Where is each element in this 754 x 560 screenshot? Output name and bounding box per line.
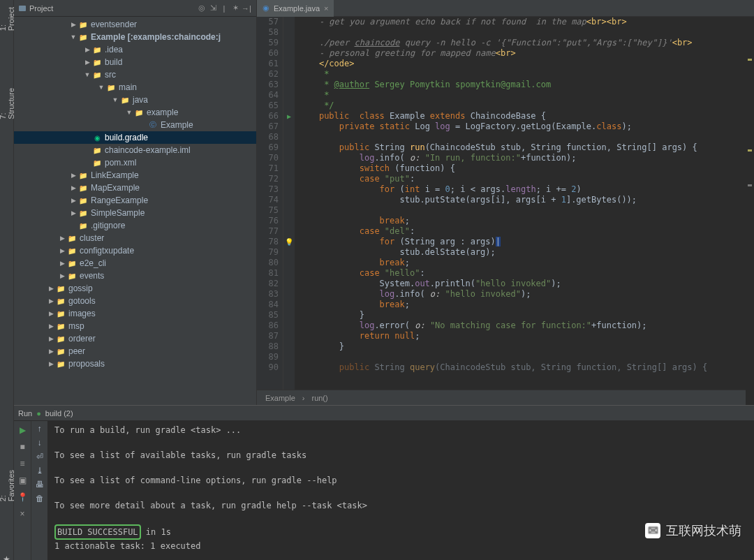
gutter-space <box>283 69 295 80</box>
expand-arrow-icon[interactable]: ▶ <box>59 272 66 279</box>
tree-row[interactable]: ▶📁orderer <box>14 332 256 345</box>
expand-arrow-icon[interactable]: ▶ <box>47 310 54 317</box>
layout-icon[interactable]: ▣ <box>16 474 29 487</box>
tree-row[interactable]: ▶📁RangeExample <box>14 194 256 207</box>
project-tree[interactable]: ▶📁eventsender▼📁Example [:examples:chainc… <box>14 17 256 405</box>
tree-label: gotools <box>68 296 96 306</box>
expand-arrow-icon[interactable]: ▶ <box>59 260 66 267</box>
wrap-icon[interactable]: ⏎ <box>36 452 43 462</box>
editor-breadcrumb[interactable]: Example › run() <box>257 390 754 405</box>
gutter-space <box>283 205 295 216</box>
tree-row[interactable]: ▶📁configtxupdate <box>14 244 256 257</box>
expand-arrow-icon[interactable]: ▶ <box>70 197 77 204</box>
gutter-space <box>283 352 295 362</box>
pin-icon[interactable]: 📍 <box>16 491 29 503</box>
run-gutter-icon[interactable]: ▶ <box>283 111 295 121</box>
tree-row[interactable]: ⒸExample <box>14 119 256 131</box>
tree-label: Example <box>161 120 193 130</box>
file-icon: 📁 <box>92 158 102 168</box>
expand-arrow-icon[interactable]: ▼ <box>70 34 77 40</box>
expand-arrow-icon[interactable]: ▶ <box>47 297 54 304</box>
expand-arrow-icon[interactable]: ▶ <box>84 59 91 66</box>
tree-row[interactable]: ▶📁cluster <box>14 232 256 244</box>
tree-row[interactable]: ▶📁peer <box>14 345 256 358</box>
tab-close-icon[interactable]: × <box>324 4 328 13</box>
run-status-icon: ● <box>36 409 41 418</box>
expand-arrow-icon[interactable]: ▶ <box>47 285 54 292</box>
editor-tab[interactable]: ◉ Example.java × <box>257 0 334 17</box>
file-icon: 📁 <box>56 296 66 306</box>
expand-icon[interactable]: ⇲ <box>207 3 219 14</box>
scroll-icon[interactable]: ⤓ <box>36 466 43 476</box>
tree-row[interactable]: 📁pom.xml <box>14 156 256 169</box>
expand-arrow-icon[interactable]: ▼ <box>84 71 91 78</box>
breadcrumb-class[interactable]: Example <box>265 394 295 402</box>
expand-arrow-icon[interactable]: ▶ <box>47 360 54 367</box>
favorites-star-icon[interactable]: ★ <box>3 554 10 560</box>
tree-row[interactable]: ▶📁eventsender <box>14 18 256 31</box>
tree-row[interactable]: ▶📁.idea <box>14 43 256 56</box>
gutter-space <box>283 247 295 258</box>
expand-arrow-icon[interactable]: ▶ <box>70 209 77 216</box>
gear-icon[interactable]: ✶ <box>230 3 241 14</box>
code-area[interactable]: 5758596061626364656667686970717273747576… <box>257 17 754 390</box>
expand-arrow-icon[interactable]: ▶ <box>70 21 77 28</box>
tree-row[interactable]: ◉build.gradle <box>14 131 256 144</box>
down-icon[interactable]: ↓ <box>38 438 42 448</box>
expand-arrow-icon[interactable]: ▼ <box>126 109 133 116</box>
tree-row[interactable]: 📁chaincode-example.iml <box>14 144 256 156</box>
tree-label: .idea <box>105 45 123 54</box>
expand-arrow-icon[interactable]: ▼ <box>98 84 105 91</box>
tree-row[interactable]: ▼📁main <box>14 81 256 94</box>
expand-arrow-icon[interactable]: ▶ <box>47 323 54 330</box>
expand-arrow-icon <box>84 159 91 166</box>
tree-label: SimpleSample <box>91 208 145 218</box>
print-icon[interactable]: 🖶 <box>36 480 44 489</box>
run-task-name: build (2) <box>45 409 73 418</box>
expand-arrow-icon[interactable]: ▼ <box>112 96 119 103</box>
expand-arrow-icon[interactable]: ▶ <box>70 184 77 191</box>
target-icon[interactable]: ◎ <box>196 3 207 14</box>
stop-icon[interactable]: ■ <box>16 441 29 453</box>
tree-row[interactable]: ▶📁SimpleSample <box>14 207 256 219</box>
run-panel-header: Run ● build (2) <box>14 406 754 421</box>
tree-row[interactable]: ▼📁java <box>14 94 256 106</box>
tree-row[interactable]: ▶📁events <box>14 270 256 282</box>
up-icon[interactable]: ↑ <box>38 424 42 434</box>
expand-arrow-icon[interactable]: ▶ <box>84 46 91 53</box>
tree-label: main <box>119 82 137 92</box>
filter-icon[interactable]: ≡ <box>16 457 29 470</box>
code-content[interactable]: - get you argument echo back if not foun… <box>295 17 754 390</box>
file-icon: 📁 <box>67 233 77 243</box>
trash-icon[interactable]: 🗑 <box>36 494 44 503</box>
tree-row[interactable]: ▶📁msp <box>14 320 256 332</box>
run-toolbar-left: ▶ ■ ≡ ▣ 📍 × <box>14 421 31 560</box>
tree-row[interactable]: ▶📁proposals <box>14 358 256 370</box>
rerun-icon[interactable]: ▶ <box>16 424 29 436</box>
close-run-icon[interactable]: × <box>16 508 29 520</box>
tree-row[interactable]: ▶📁e2e_cli <box>14 257 256 270</box>
gutter-space <box>283 80 295 90</box>
tree-row[interactable]: ▼📁src <box>14 68 256 81</box>
tree-row[interactable]: ▶📁LinkExample <box>14 169 256 182</box>
tree-row[interactable]: ▶📁gotools <box>14 295 256 307</box>
tree-row[interactable]: ▶📁gossip <box>14 282 256 295</box>
breadcrumb-method[interactable]: run() <box>311 394 327 402</box>
tree-row[interactable]: ▼📁Example [:examples:chaincode:j <box>14 31 256 43</box>
tree-row[interactable]: ▼📁example <box>14 106 256 119</box>
tree-row[interactable]: ▶📁build <box>14 56 256 68</box>
expand-arrow-icon[interactable]: ▶ <box>70 172 77 179</box>
tree-row[interactable]: 📁.gitignore <box>14 219 256 232</box>
expand-arrow-icon[interactable]: ▶ <box>59 247 66 254</box>
tree-row[interactable]: ▶📁MapExample <box>14 182 256 194</box>
gutter-space <box>283 310 295 320</box>
hide-icon[interactable]: →| <box>241 3 252 14</box>
expand-arrow-icon[interactable]: ▶ <box>59 235 66 242</box>
intention-bulb-icon[interactable]: 💡 <box>283 237 295 247</box>
run-console[interactable]: To run a build, run gradle <task> ... To… <box>47 421 754 560</box>
tree-row[interactable]: ▶📁images <box>14 307 256 320</box>
editor-scrollbar[interactable] <box>746 17 754 405</box>
expand-arrow-icon[interactable]: ▶ <box>47 335 54 342</box>
expand-arrow-icon[interactable]: ▶ <box>47 348 54 355</box>
gutter-space <box>283 38 295 48</box>
